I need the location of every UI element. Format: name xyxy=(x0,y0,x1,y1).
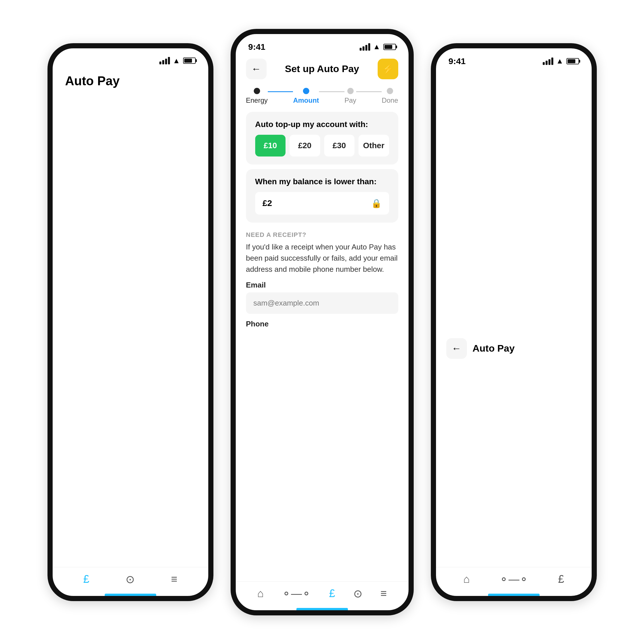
nav-indicator xyxy=(105,594,156,596)
step-amount: Amount xyxy=(293,88,319,104)
status-icons-left: ▲ xyxy=(159,56,196,65)
status-bar-right: 9:41 ▲ xyxy=(436,48,592,69)
header-right: ← Auto Pay xyxy=(436,69,597,601)
lock-icon: 🔒 xyxy=(371,198,382,208)
balance-card-title: When my balance is lower than: xyxy=(255,177,389,186)
wifi-icon-center: ▲ xyxy=(373,42,381,51)
step-line-1 xyxy=(268,91,293,92)
page-title-left: Auto Pay xyxy=(53,68,213,601)
topup-card: Auto top-up my account with: £10 £20 £30… xyxy=(246,112,398,165)
receipt-description: If you'd like a receipt when your Auto P… xyxy=(246,241,398,275)
step-label-pay: Pay xyxy=(344,96,356,104)
left-phone: ▲ Auto Pay c PAYG top-ups so you never w… xyxy=(47,43,213,601)
left-phone-content: Auto Pay c PAYG top-ups so you never whe… xyxy=(53,68,208,601)
nav-indicator-center xyxy=(296,608,348,610)
signal-icon-right xyxy=(543,58,553,65)
header-title-right: Auto Pay xyxy=(473,343,515,354)
battery-icon xyxy=(183,58,196,64)
status-bar-center: 9:41 ▲ xyxy=(236,34,409,55)
step-pay: Pay xyxy=(344,88,356,104)
nav-indicator-right xyxy=(488,594,540,596)
nav-home-center[interactable]: ⌂ xyxy=(257,587,264,600)
bottom-nav-center: ⌂ ⚬—⚬ £ ⊙ ≡ xyxy=(236,581,409,610)
nav-help-left[interactable]: ⊙ xyxy=(126,573,135,586)
nav-home-right[interactable]: ⌂ xyxy=(463,573,470,585)
battery-icon-center xyxy=(383,44,396,50)
step-label-energy: Energy xyxy=(246,96,268,104)
balance-value: £2 xyxy=(263,198,272,208)
amount-options: £10 £20 £30 Other xyxy=(255,135,389,156)
right-phone: 9:41 ▲ ← Auto Pay Auto Pay Set up automa… xyxy=(431,43,597,601)
signal-icon-center xyxy=(360,43,370,51)
wifi-icon-right: ▲ xyxy=(556,57,564,66)
step-line-3 xyxy=(356,91,382,92)
balance-row: £2 🔒 xyxy=(255,192,389,215)
header-title-center: Set up Auto Pay xyxy=(285,63,359,74)
step-dot-pay xyxy=(347,88,354,94)
signal-icon xyxy=(159,57,170,64)
amount-other[interactable]: Other xyxy=(358,135,389,156)
step-label-done: Done xyxy=(382,96,398,104)
step-energy: Energy xyxy=(246,88,268,104)
balance-card: When my balance is lower than: £2 🔒 xyxy=(246,169,398,223)
nav-help-center[interactable]: ⊙ xyxy=(353,587,362,600)
amount-30[interactable]: £30 xyxy=(324,135,355,156)
step-label-amount: Amount xyxy=(293,96,319,104)
step-line-2 xyxy=(319,91,344,92)
bottom-nav-left: £ ⊙ ≡ xyxy=(53,567,208,596)
receipt-label: NEED A RECEIPT? xyxy=(246,231,398,239)
bottom-nav-right: ⌂ ⚬—⚬ £ xyxy=(436,567,592,596)
status-bar-left: ▲ xyxy=(53,48,208,68)
wifi-icon: ▲ xyxy=(173,56,180,65)
center-phone: 9:41 ▲ ← Set up Auto Pay ⚡ Energy xyxy=(231,29,414,615)
email-input[interactable] xyxy=(246,292,398,314)
status-icons-center: ▲ xyxy=(360,42,396,51)
nav-routes-center[interactable]: ⚬—⚬ xyxy=(282,587,311,600)
topup-card-title: Auto top-up my account with: xyxy=(255,120,389,129)
battery-icon-right xyxy=(566,58,579,64)
nav-pound-left[interactable]: £ xyxy=(83,573,89,585)
nav-menu-center[interactable]: ≡ xyxy=(381,587,387,600)
step-dot-energy xyxy=(254,88,260,94)
nav-account-right[interactable]: £ xyxy=(558,573,564,585)
status-icons-right: ▲ xyxy=(543,57,579,66)
lightning-button[interactable]: ⚡ xyxy=(378,59,398,79)
step-dot-done xyxy=(387,88,393,94)
step-done: Done xyxy=(382,88,398,104)
step-dot-amount xyxy=(303,88,309,94)
time-center: 9:41 xyxy=(248,42,265,52)
email-label: Email xyxy=(246,281,398,290)
stepper: Energy Amount Pay Done xyxy=(236,82,409,107)
header-center: ← Set up Auto Pay ⚡ xyxy=(236,55,409,82)
amount-10[interactable]: £10 xyxy=(255,135,286,156)
back-button-center[interactable]: ← xyxy=(246,59,267,79)
time-right: 9:41 xyxy=(449,56,466,66)
nav-routes-right[interactable]: ⚬—⚬ xyxy=(499,573,528,586)
nav-menu-left[interactable]: ≡ xyxy=(171,573,177,585)
receipt-section: NEED A RECEIPT? If you'd like a receipt … xyxy=(236,227,409,335)
amount-20[interactable]: £20 xyxy=(290,135,320,156)
phone-label: Phone xyxy=(246,320,398,328)
nav-account-center[interactable]: £ xyxy=(329,587,335,600)
back-button-right[interactable]: ← xyxy=(446,338,467,359)
